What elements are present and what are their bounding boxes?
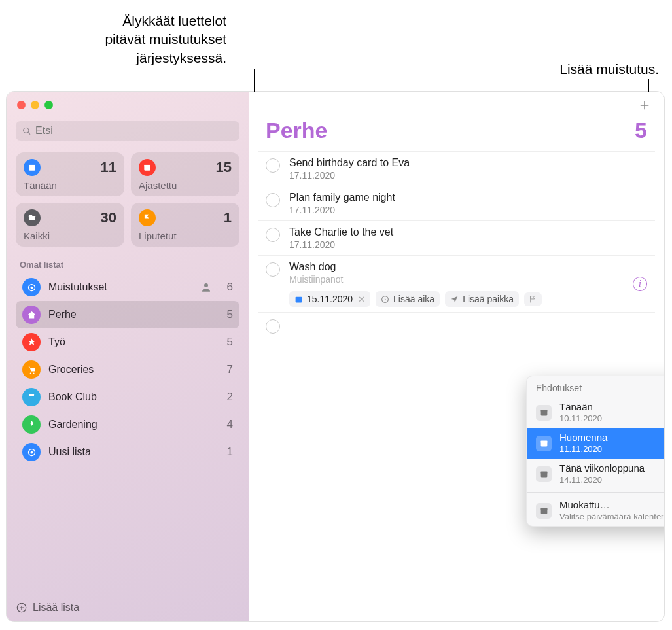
section-title-my-lists: Omat listat: [16, 257, 239, 273]
chip-date[interactable]: 15.11.2020✕: [289, 291, 370, 307]
popover-item-label: Tänä viikonloppuna: [559, 463, 645, 475]
list-name: Perhe: [48, 309, 215, 321]
lists-container: Muistutukset 6 Perhe 5 Työ 5 Groceries 7…: [16, 273, 239, 595]
search-input[interactable]: [35, 125, 233, 137]
smartlist-count: 11: [101, 159, 116, 176]
flag-icon: [529, 295, 537, 304]
reminder-title: Plan family game night: [289, 192, 647, 203]
svg-rect-21: [540, 472, 547, 474]
main-content: ＋ Perhe 5 Send birthday card to Eva 17.1…: [249, 92, 664, 621]
reminder-item[interactable]: Wash dog Muistiinpanot 15.11.2020✕ Lisää…: [258, 256, 655, 313]
add-list-button[interactable]: Lisää lista: [16, 595, 239, 614]
reminder-notes-placeholder[interactable]: Muistiinpanot: [289, 274, 624, 285]
sidebar-item-gardening[interactable]: Gardening 4: [16, 411, 239, 438]
list-icon: [22, 360, 41, 379]
chip-time[interactable]: Lisää aika: [376, 291, 440, 307]
popover-item[interactable]: Tänään 10.11.2020: [527, 397, 664, 428]
popover-item[interactable]: Huomenna 11.11.2020: [527, 428, 664, 459]
reminder-date: 17.11.2020: [289, 205, 647, 215]
date-suggestion-popover: Ehdotukset Tänään 10.11.2020 Huomenna 11…: [526, 376, 664, 527]
smartlist-card-kaikki[interactable]: 30 Kaikki: [16, 203, 124, 247]
list-name: Groceries: [48, 364, 215, 376]
smartlist-icon: [24, 159, 41, 176]
smartlists-grid: 11 Tänään 15 Ajastettu 30 Kaikki 1 Liput…: [16, 152, 239, 247]
sidebar-item-muistutukset[interactable]: Muistutukset 6: [16, 273, 239, 301]
reminder-item-new[interactable]: [258, 313, 655, 339]
complete-toggle[interactable]: [266, 262, 280, 277]
window-controls: [16, 101, 239, 109]
complete-toggle[interactable]: [266, 319, 280, 334]
smartlist-count: 1: [224, 209, 232, 226]
complete-toggle[interactable]: [266, 158, 280, 173]
reminder-item[interactable]: Take Charlie to the vet 17.11.2020: [258, 221, 655, 256]
info-button[interactable]: i: [633, 277, 647, 291]
add-list-label: Lisää lista: [33, 602, 79, 614]
list-icon: [22, 333, 41, 351]
complete-toggle[interactable]: [266, 193, 280, 207]
calendar-icon: [536, 436, 552, 451]
svg-rect-14: [296, 296, 302, 302]
plus-circle-icon: [16, 602, 27, 614]
popover-item-custom[interactable]: Muokattu… Valitse päivämäärä kalenterist…: [527, 495, 664, 526]
calendar-icon: [536, 466, 552, 482]
reminder-item[interactable]: Plan family game night 17.11.2020: [258, 186, 655, 221]
list-item-count: 1: [222, 446, 233, 459]
reminder-item[interactable]: Send birthday card to Eva 17.11.2020: [258, 151, 655, 186]
location-icon: [450, 295, 459, 304]
smartlist-icon: [139, 209, 156, 226]
list-icon: [22, 306, 41, 324]
list-item-count: 6: [222, 281, 233, 294]
smartlist-card-ajastettu[interactable]: 15 Ajastettu: [131, 152, 239, 196]
list-icon: [22, 388, 41, 406]
reminder-chips: 15.11.2020✕ Lisää aika Lisää paikka: [289, 291, 624, 307]
sidebar-item-uusi lista[interactable]: Uusi lista 1: [16, 438, 239, 466]
maximize-button[interactable]: [44, 101, 53, 109]
list-item-count: 2: [222, 391, 233, 404]
sidebar-item-perhe[interactable]: Perhe 5: [16, 301, 239, 328]
add-reminder-button[interactable]: ＋: [633, 94, 656, 115]
minimize-button[interactable]: [31, 101, 39, 109]
svg-point-7: [29, 372, 31, 374]
search-icon: [22, 126, 31, 136]
reminder-title: Wash dog: [289, 261, 624, 273]
popover-item-label: Tänään: [559, 401, 602, 413]
callout-add: Lisää muistutus.: [463, 60, 659, 79]
divider: [527, 492, 664, 493]
list-icon: [22, 415, 41, 434]
calendar-icon: [536, 405, 552, 421]
popover-item-label: Huomenna: [559, 432, 607, 444]
popover-item-sub: 14.11.2020: [559, 475, 645, 485]
chip-flag[interactable]: [524, 292, 542, 306]
svg-rect-3: [144, 165, 150, 166]
list-name: Uusi lista: [48, 446, 215, 458]
popover-custom-label: Muokattu…: [559, 499, 664, 512]
reminder-title: Send birthday card to Eva: [289, 157, 647, 169]
smartlist-card-tänään[interactable]: 11 Tänään: [16, 152, 124, 196]
search-field[interactable]: [16, 121, 239, 141]
list-name: Muistutukset: [48, 281, 192, 293]
list-name: Työ: [48, 336, 215, 348]
smartlist-icon: [139, 159, 156, 176]
smartlist-label: Ajastettu: [139, 180, 232, 191]
sidebar: 11 Tänään 15 Ajastettu 30 Kaikki 1 Liput…: [7, 92, 249, 621]
svg-point-6: [204, 283, 208, 287]
chip-clear[interactable]: ✕: [358, 294, 365, 304]
sidebar-item-työ[interactable]: Työ 5: [16, 328, 239, 356]
svg-point-4: [30, 286, 33, 289]
close-button[interactable]: [17, 101, 26, 109]
chip-location[interactable]: Lisää paikka: [445, 291, 519, 307]
list-name: Book Club: [48, 391, 215, 403]
list-header: Perhe 5: [249, 118, 664, 151]
list-item-count: 5: [222, 308, 233, 321]
popover-title: Ehdotukset: [527, 376, 664, 397]
sidebar-item-book club[interactable]: Book Club 2: [16, 383, 239, 411]
smartlist-icon: [24, 209, 41, 226]
reminder-date: 17.11.2020: [289, 170, 647, 181]
clock-icon: [381, 295, 389, 304]
svg-rect-23: [540, 508, 547, 510]
popover-item[interactable]: Tänä viikonloppuna 14.11.2020: [527, 459, 664, 489]
reminders-list: Send birthday card to Eva 17.11.2020 Pla…: [249, 151, 664, 339]
complete-toggle[interactable]: [266, 228, 280, 242]
smartlist-card-liputetut[interactable]: 1 Liputetut: [131, 203, 239, 247]
sidebar-item-groceries[interactable]: Groceries 7: [16, 356, 239, 383]
